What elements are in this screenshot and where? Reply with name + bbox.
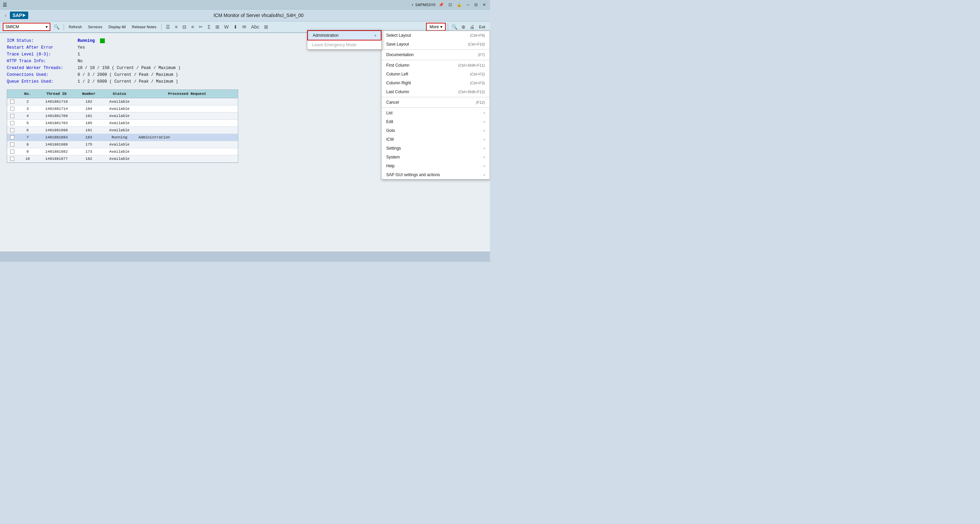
save-layout-shortcut: (Ctrl+F10): [468, 42, 485, 46]
search-icon[interactable]: 🔍: [52, 24, 61, 30]
scissors-icon[interactable]: ✂: [197, 24, 204, 30]
row-check-6[interactable]: [7, 127, 18, 133]
exit-button[interactable]: Exit: [477, 24, 487, 30]
dropdown-goto[interactable]: Goto ›: [382, 126, 490, 135]
row-check-4[interactable]: [7, 113, 18, 119]
title-bar-right: › SAPMSSY0 📌 ⊡ 🔒 ─ ⊟ ✕: [412, 2, 487, 8]
sap-gui-arrow: ›: [484, 172, 485, 177]
table-icon[interactable]: ⊞: [214, 24, 221, 30]
col-thread-id: Thread ID: [38, 91, 75, 97]
row-request-2: [137, 99, 238, 105]
col-number: Number: [75, 91, 102, 97]
row-check-3[interactable]: [7, 106, 18, 111]
align-left-icon[interactable]: ⊟: [181, 24, 188, 30]
system-label: System: [386, 155, 400, 159]
row-check-7[interactable]: [7, 135, 18, 140]
row-request-8: [137, 142, 238, 147]
nav-arrow-icon[interactable]: ›: [412, 2, 413, 7]
dropdown-help[interactable]: Help ›: [382, 162, 490, 170]
refresh-button[interactable]: Refresh: [67, 24, 84, 30]
row-threadid-9: 1401881682: [38, 149, 75, 154]
row-number-3: 184: [75, 106, 102, 111]
minimize-button[interactable]: ─: [465, 2, 471, 8]
print-icon[interactable]: 🖨: [468, 24, 476, 30]
icm-submenu: Administration › Leave Emergency Mode: [307, 30, 382, 50]
window-button2[interactable]: ⊡: [447, 2, 453, 8]
row-number-8: 175: [75, 142, 102, 147]
restart-label: Restart After Error: [7, 45, 75, 50]
close-button[interactable]: ✕: [481, 2, 487, 8]
dropdown-select-layout[interactable]: Select Layout (Ctrl+F9): [382, 31, 490, 40]
more-button[interactable]: More ▾: [426, 23, 445, 31]
icm-submenu-administration[interactable]: Administration ›: [307, 30, 382, 40]
services-button[interactable]: Services: [86, 24, 105, 30]
dropdown-edit[interactable]: Edit ›: [382, 118, 490, 126]
list-icon[interactable]: ≡: [173, 24, 179, 30]
restart-value: Yes: [78, 45, 85, 50]
page-title: ICM Monitor of Server vhcals4hci_S4H_00: [31, 13, 486, 18]
edit-arrow: ›: [484, 119, 485, 124]
row-status-5: Available: [102, 121, 137, 126]
toolbar-right: More ▾ 🔍 ⊕ 🖨 Exit: [426, 23, 487, 31]
mail-icon[interactable]: ✉: [241, 24, 248, 30]
row-check-9[interactable]: [7, 149, 18, 154]
dropdown-cancel[interactable]: Cancel (F12): [382, 98, 490, 107]
dropdown-column-right[interactable]: Column Right (Ctrl+F3): [382, 79, 490, 87]
filter-icon[interactable]: ≡: [190, 24, 195, 30]
word-icon[interactable]: W: [223, 24, 230, 30]
row-no-5: 5: [18, 121, 38, 126]
grid-icon[interactable]: ⊞: [263, 24, 269, 30]
dropdown-sap-gui[interactable]: SAP GUI settings and actions ›: [382, 170, 490, 179]
row-check-10[interactable]: [7, 156, 18, 162]
row-threadid-10: 1401881677: [38, 156, 75, 162]
row-check-2[interactable]: [7, 99, 18, 105]
dropdown-system[interactable]: System ›: [382, 153, 490, 162]
workers-value: 10 / 10 / 150 ( Current / Peak / Maximum…: [78, 66, 180, 70]
toolbar-separator-3: [448, 24, 448, 30]
row-status-6: Available: [102, 127, 137, 133]
pin-button[interactable]: 📌: [437, 2, 445, 8]
zoom-icon[interactable]: ⊕: [460, 24, 467, 30]
column-left-label: Column Left: [386, 72, 408, 76]
lock-button[interactable]: 🔒: [455, 2, 463, 8]
row-number-5: 185: [75, 121, 102, 126]
dropdown-settings[interactable]: Settings ›: [382, 144, 490, 153]
dropdown-column-left[interactable]: Column Left (Ctrl+F2): [382, 70, 490, 79]
dropdown-icm[interactable]: ICM ›: [382, 135, 490, 144]
dropdown-list[interactable]: List ›: [382, 108, 490, 118]
back-button[interactable]: ‹: [4, 12, 7, 19]
sigma-icon[interactable]: Σ: [206, 24, 212, 30]
abc-icon[interactable]: Abc: [250, 24, 261, 30]
administration-arrow: ›: [375, 33, 376, 38]
restore-button[interactable]: ⊟: [473, 2, 479, 8]
dropdown-last-column[interactable]: Last Column (Ctrl+Shift+F12): [382, 87, 490, 96]
release-notes-button[interactable]: Release Notes: [130, 24, 158, 30]
table-row: 10 1401881677 182 Available: [7, 156, 238, 162]
dropdown-save-layout[interactable]: Save Layout (Ctrl+F10): [382, 40, 490, 49]
row-threadid-3: 1401881714: [38, 106, 75, 111]
row-check-8[interactable]: [7, 142, 18, 147]
col-request: Processed Request: [137, 91, 238, 97]
download-icon[interactable]: ⬇: [232, 24, 239, 30]
queue-label: Queue Entries Used:: [7, 79, 75, 84]
http-value: No: [78, 59, 82, 64]
thread-table-header: No. Thread ID Number Status Processed Re…: [7, 90, 238, 98]
transaction-input[interactable]: [5, 24, 40, 29]
row-request-6: [137, 127, 238, 133]
checklist-icon[interactable]: ☰: [164, 24, 172, 30]
search2-icon[interactable]: 🔍: [450, 24, 459, 30]
col-status: Status: [102, 91, 137, 97]
connections-label: Connections Used:: [7, 72, 75, 77]
settings-arrow: ›: [484, 146, 485, 151]
documentation-shortcut: (F7): [478, 53, 485, 57]
hamburger-icon[interactable]: ☰: [3, 2, 7, 8]
row-number-6: 181: [75, 127, 102, 133]
first-column-shortcut: (Ctrl+Shift+F11): [458, 63, 485, 67]
dropdown-first-column[interactable]: First Column (Ctrl+Shift+F11): [382, 61, 490, 70]
header: ‹ SAP ICM Monitor of Server vhcals4hci_S…: [0, 10, 490, 21]
row-status-7: Running: [102, 135, 137, 140]
dropdown-documentation[interactable]: Documentation (F7): [382, 50, 490, 59]
display-all-button[interactable]: Display All: [107, 24, 128, 30]
row-check-5[interactable]: [7, 121, 18, 126]
transaction-dropdown-arrow[interactable]: ▾: [46, 24, 48, 29]
